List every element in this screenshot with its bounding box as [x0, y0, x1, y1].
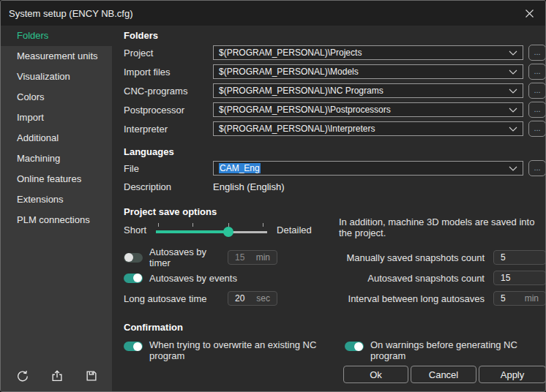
slider-max-label: Detailed	[277, 225, 312, 235]
folders-heading: Folders	[124, 30, 546, 42]
system-setup-dialog: System setup (ENCY NB.cfg) Folders Measu…	[0, 0, 546, 392]
overwrite-confirmation-toggle[interactable]	[124, 342, 143, 351]
interpreter-label: Interpreter	[124, 124, 213, 135]
postprocessor-path-dropdown[interactable]: $(PROGRAM_PERSONAL)\Postprocessors	[213, 102, 523, 117]
toggle-knob	[354, 342, 363, 351]
titlebar: System setup (ENCY NB.cfg)	[1, 1, 545, 26]
sidebar-nav: Folders Measurement units Visualization …	[1, 26, 112, 369]
save-detail-slider[interactable]	[156, 221, 267, 238]
cnc-programs-path-value: $(PROGRAM_PERSONAL)\NC Programs	[219, 86, 384, 96]
folder-row-interpreter: Interpreter $(PROGRAM_PERSONAL)\Interpre…	[124, 121, 546, 136]
sidebar-item-colors[interactable]: Colors	[1, 87, 112, 108]
manual-snapshots-value: 5	[501, 252, 506, 263]
confirmation-heading: Confirmation	[124, 322, 546, 333]
slider-fill	[156, 230, 228, 233]
project-path-value: $(PROGRAM_PERSONAL)\Projects	[219, 48, 362, 58]
manual-snapshots-label: Manually saved snapshots count	[346, 252, 485, 263]
chevron-down-icon	[504, 108, 517, 113]
long-interval-unit: min	[525, 293, 539, 304]
ok-button[interactable]: Ok	[343, 366, 408, 383]
postprocessor-path-value: $(PROGRAM_PERSONAL)\Postprocessors	[219, 105, 391, 115]
sidebar-item-machining[interactable]: Machining	[1, 148, 112, 169]
warnings-confirmation-toggle[interactable]	[345, 342, 364, 351]
file-label: File	[124, 163, 213, 174]
long-autosave-value-field[interactable]: 20 sec	[228, 291, 277, 306]
autosaves-by-events-toggle[interactable]	[124, 274, 143, 283]
slider-tick	[158, 223, 159, 227]
long-interval-field[interactable]: 5 min	[493, 291, 546, 306]
postprocessor-browse-button[interactable]: ...	[528, 102, 546, 118]
project-browse-button[interactable]: ...	[528, 45, 546, 61]
cnc-programs-browse-button[interactable]: ...	[528, 83, 546, 99]
save-options-note: In addition, machine 3D models are saved…	[339, 216, 546, 238]
autosaves-by-timer-label: Autosaves by timer	[149, 246, 228, 268]
long-interval-value: 5	[501, 293, 506, 304]
long-autosave-value: 20	[235, 293, 244, 304]
export-icon[interactable]	[51, 369, 64, 382]
language-file-row: File CAM_Eng ...	[124, 161, 546, 176]
long-interval-row: Interval between long autosaves 5 min	[277, 291, 546, 306]
autosaved-snapshots-value: 15	[501, 273, 510, 283]
window-title: System setup (ENCY NB.cfg)	[9, 8, 523, 19]
postprocessor-label: Postprocessor	[124, 105, 213, 116]
language-file-browse-button[interactable]: ...	[528, 160, 546, 176]
chevron-down-icon	[504, 69, 517, 75]
apply-button[interactable]: Apply	[479, 366, 546, 383]
save-icon[interactable]	[85, 369, 98, 382]
slider-tick	[228, 223, 229, 227]
section-confirmation: Confirmation When trying to overwrite an…	[124, 312, 546, 361]
toggle-knob	[124, 253, 133, 262]
folder-row-postprocessor: Postprocessor $(PROGRAM_PERSONAL)\Postpr…	[124, 102, 546, 117]
section-languages: Languages File CAM_Eng ... Description E…	[124, 140, 546, 192]
sidebar-item-visualization[interactable]: Visualization	[1, 67, 112, 87]
section-autosave: Autosaves by timer 15 min Autosaves by e…	[124, 238, 546, 312]
import-files-path-dropdown[interactable]: $(PROGRAM_PERSONAL)\Models	[213, 64, 523, 79]
folder-row-import-files: Import files $(PROGRAM_PERSONAL)\Models …	[124, 64, 546, 79]
long-autosave-unit: sec	[256, 293, 270, 304]
reset-icon[interactable]	[16, 369, 29, 382]
confirmation-row: When trying to overwrite an existing NC …	[124, 339, 546, 361]
chevron-down-icon	[504, 166, 517, 171]
autosave-timer-row: Autosaves by timer 15 min	[124, 250, 277, 265]
language-file-value: CAM_Eng	[219, 163, 261, 173]
slider-handle[interactable]	[223, 227, 233, 237]
folder-row-cnc-programs: CNC-programs $(PROGRAM_PERSONAL)\NC Prog…	[124, 83, 546, 98]
section-project-save-options: Project save options Short Detailed In a…	[124, 192, 546, 238]
close-icon[interactable]	[523, 7, 535, 19]
settings-panel: Folders Project $(PROGRAM_PERSONAL)\Proj…	[112, 26, 546, 392]
autosave-events-row: Autosaves by events	[124, 271, 277, 285]
manual-snapshots-field[interactable]: 5	[493, 250, 546, 265]
autosaves-by-timer-toggle[interactable]	[124, 253, 143, 263]
cancel-button[interactable]: Cancel	[411, 366, 476, 383]
sidebar-item-additional[interactable]: Additional	[1, 128, 112, 148]
chevron-down-icon	[504, 50, 517, 56]
language-file-dropdown[interactable]: CAM_Eng	[213, 161, 523, 176]
sidebar-item-folders[interactable]: Folders	[1, 26, 112, 46]
warnings-confirmation-label: On warnings before generating NC program	[370, 339, 546, 361]
sidebar-item-measurement-units[interactable]: Measurement units	[1, 46, 112, 67]
project-path-dropdown[interactable]: $(PROGRAM_PERSONAL)\Projects	[213, 45, 523, 60]
autosaved-snapshots-row: Autosaved snapshots count 15	[277, 271, 546, 285]
interpreter-browse-button[interactable]: ...	[528, 121, 546, 137]
project-label: Project	[124, 48, 213, 59]
autosaved-snapshots-field[interactable]: 15	[493, 271, 546, 285]
autosave-timer-value-field[interactable]: 15 min	[228, 250, 277, 265]
autosave-timer-value: 15	[235, 252, 244, 263]
languages-heading: Languages	[124, 146, 546, 158]
sidebar-item-import[interactable]: Import	[1, 108, 112, 128]
import-files-browse-button[interactable]: ...	[528, 64, 546, 80]
warnings-confirmation: On warnings before generating NC program	[345, 339, 546, 361]
overwrite-confirmation-label: When trying to overwrite an existing NC …	[149, 339, 332, 361]
sidebar-item-plm-connections[interactable]: PLM connections	[1, 210, 112, 230]
interpreter-path-dropdown[interactable]: $(PROGRAM_PERSONAL)\Interpreters	[213, 121, 523, 136]
manual-snapshots-row: Manually saved snapshots count 5	[277, 250, 546, 265]
autosave-timer-unit: min	[256, 252, 270, 263]
language-description-row: Description English (English)	[124, 181, 546, 192]
toggle-knob	[133, 274, 142, 282]
language-description-value: English (English)	[213, 181, 285, 192]
slider-tick	[192, 223, 193, 227]
sidebar-item-extensions[interactable]: Extensions	[1, 189, 112, 210]
sidebar-item-online-features[interactable]: Online features	[1, 169, 112, 189]
long-autosave-row: Long autosave time 20 sec	[124, 291, 277, 306]
cnc-programs-path-dropdown[interactable]: $(PROGRAM_PERSONAL)\NC Programs	[213, 83, 523, 98]
